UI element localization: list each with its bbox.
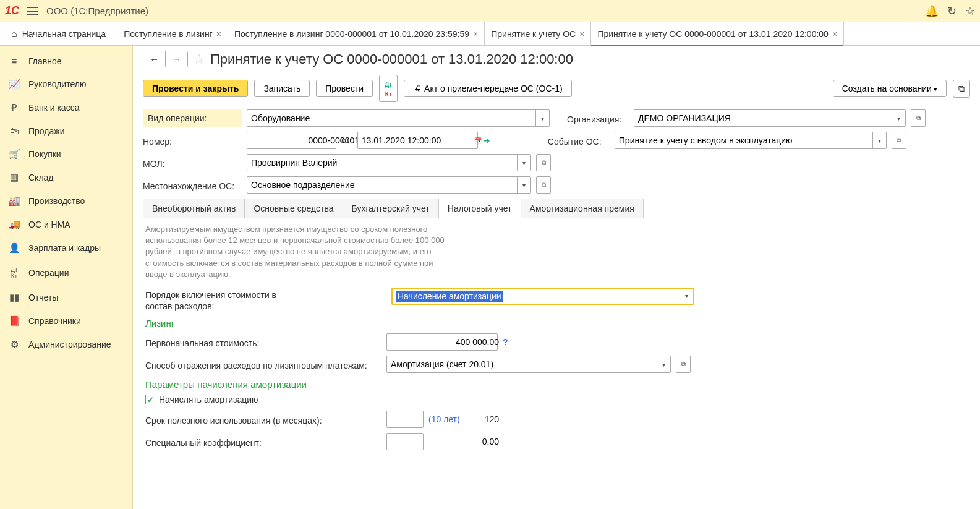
sidebar-item-main[interactable]: ≡Главное <box>0 49 132 72</box>
post-button[interactable]: Провести <box>316 80 373 97</box>
factory-icon: 🏭 <box>9 195 20 207</box>
calendar-icon[interactable]: 📅 <box>474 132 482 148</box>
date-label: от: <box>341 135 352 145</box>
create-based-button[interactable]: Создать на основании <box>833 80 947 97</box>
event-select[interactable]: ▾ <box>615 132 887 149</box>
dropdown-icon[interactable]: ▾ <box>657 356 670 372</box>
favorite-star-icon[interactable]: ☆ <box>193 51 205 67</box>
expense-select[interactable]: ▾ <box>386 356 671 373</box>
org-open-button[interactable]: ⧉ <box>911 109 926 127</box>
tab-item-active[interactable]: Принятие к учету ОС 0000-000001 от 13.01… <box>591 22 844 45</box>
more-button[interactable]: ⧉ <box>953 80 970 98</box>
event-open-button[interactable]: ⧉ <box>892 132 906 149</box>
bell-icon[interactable]: 🔔 <box>925 4 939 18</box>
amort-title: Параметры начисления амортизации <box>145 379 968 390</box>
loc-open-button[interactable]: ⧉ <box>536 176 551 194</box>
number-input[interactable] <box>247 132 336 149</box>
life-input[interactable] <box>386 411 424 428</box>
op-type-select[interactable]: ▾ <box>247 109 550 127</box>
close-icon[interactable]: × <box>216 29 221 39</box>
close-icon[interactable]: × <box>832 29 837 39</box>
coef-input[interactable] <box>386 433 424 450</box>
org-select[interactable]: ▾ <box>634 109 906 127</box>
tab-noncurrent[interactable]: Внеоборотный актив <box>143 199 245 218</box>
sidebar-item-reports[interactable]: ▮▮Отчеты <box>0 286 132 309</box>
coef-label: Специальный коэффициент: <box>145 436 381 448</box>
loc-select[interactable]: ▾ <box>247 176 531 194</box>
dropdown-icon[interactable]: ▾ <box>535 110 549 126</box>
gear-icon: ⚙ <box>9 339 20 350</box>
dtkt-button[interactable]: ДтКт <box>379 75 398 102</box>
page-title: Принятие к учету ОС 0000-000001 от 13.01… <box>210 51 573 67</box>
loc-label: Местонахождение ОС: <box>143 179 242 191</box>
back-button[interactable]: ← <box>143 51 166 67</box>
expense-label: Способ отражения расходов по лизинговым … <box>145 359 381 370</box>
tab-assets[interactable]: Основные средства <box>244 199 343 218</box>
close-icon[interactable]: × <box>579 29 584 39</box>
life-hint: (10 лет) <box>428 414 460 424</box>
truck-icon: 🚚 <box>9 219 20 230</box>
initial-input[interactable] <box>386 333 498 351</box>
event-label: Событие ОС: <box>548 135 610 147</box>
sidebar-item-production[interactable]: 🏭Производство <box>0 189 132 213</box>
sidebar-item-stock[interactable]: ▦Склад <box>0 166 132 189</box>
sidebar-item-bank[interactable]: ₽Банк и касса <box>0 96 132 119</box>
dropdown-icon[interactable]: ▾ <box>680 289 693 304</box>
chart-icon: 📈 <box>9 79 20 90</box>
sidebar-item-manager[interactable]: 📈Руководителю <box>0 72 132 96</box>
sidebar-item-refs[interactable]: 📕Справочники <box>0 309 132 333</box>
mol-label: МОЛ: <box>143 157 242 169</box>
close-icon[interactable]: × <box>473 29 478 39</box>
order-select[interactable]: Начисление амортизации ▾ <box>391 288 694 305</box>
post-close-button[interactable]: Провести и закрыть <box>143 80 248 97</box>
history-icon[interactable]: ↻ <box>947 4 957 18</box>
op-type-label: Вид операции: <box>143 109 242 127</box>
tab-item[interactable]: Поступление в лизинг × <box>117 22 228 45</box>
tab-item[interactable]: Принятие к учету ОС × <box>485 22 591 45</box>
tab-tax[interactable]: Налоговый учет <box>438 199 521 218</box>
dropdown-icon[interactable]: ▾ <box>892 110 905 126</box>
help-icon[interactable]: ? <box>503 337 508 347</box>
mol-select[interactable]: ▾ <box>247 154 531 171</box>
amort-calc-label: Начислять амортизацию <box>159 395 258 404</box>
star-icon[interactable]: ☆ <box>965 4 975 18</box>
tab-accounting[interactable]: Бухгалтерский учет <box>343 199 439 218</box>
bag-icon: 🛍 <box>9 126 20 136</box>
tab-item[interactable]: Поступление в лизинг 0000-000001 от 10.0… <box>228 22 485 45</box>
expense-open-button[interactable]: ⧉ <box>676 356 691 373</box>
dropdown-icon[interactable]: ▾ <box>517 155 530 171</box>
number-label: Номер: <box>143 135 242 147</box>
sidebar-item-admin[interactable]: ⚙Администрирование <box>0 333 132 356</box>
nav-arrows: ← → <box>143 51 188 67</box>
dtkt-icon: ДтКт <box>9 266 20 280</box>
app-title: ООО (1С:Предприятие) <box>46 6 148 16</box>
tax-info: Амортизируемым имуществом признается иму… <box>145 224 454 280</box>
date-input[interactable]: 📅 <box>357 132 478 149</box>
sidebar-item-operations[interactable]: ДтКтОперации <box>0 260 132 286</box>
bars-icon: ▮▮ <box>9 292 20 303</box>
amort-checkbox[interactable]: ✓ <box>145 395 155 404</box>
leasing-title: Лизинг <box>145 318 968 328</box>
toolbar: Провести и закрыть Записать Провести ДтК… <box>143 75 970 102</box>
tab-home-label: Начальная страница <box>22 29 106 39</box>
window-tabs: ⌂ Начальная страница Поступление в лизин… <box>0 22 980 46</box>
sidebar-item-sales[interactable]: 🛍Продажи <box>0 119 132 142</box>
order-label: Порядок включения стоимости в состав рас… <box>145 288 281 312</box>
grid-icon: ▦ <box>9 172 20 183</box>
tab-content: Амортизируемым имуществом признается иму… <box>143 218 970 461</box>
dropdown-icon[interactable]: ▾ <box>872 132 886 148</box>
dropdown-icon[interactable]: ▾ <box>517 177 530 193</box>
print-act-button[interactable]: 🖨 Акт о приеме-передаче ОС (ОС-1) <box>404 80 571 97</box>
ruble-icon: ₽ <box>9 102 20 113</box>
mol-open-button[interactable]: ⧉ <box>536 154 551 171</box>
save-button[interactable]: Записать <box>254 80 310 97</box>
sidebar-item-assets[interactable]: 🚚ОС и НМА <box>0 213 132 236</box>
sidebar-item-purchases[interactable]: 🛒Покупки <box>0 142 132 166</box>
menu-burger-icon[interactable] <box>27 7 38 15</box>
tab-home[interactable]: ⌂ Начальная страница <box>0 22 117 45</box>
tab-bonus[interactable]: Амортизационная премия <box>521 199 644 218</box>
order-value: Начисление амортизации <box>396 291 503 302</box>
sidebar-item-salary[interactable]: 👤Зарплата и кадры <box>0 236 132 260</box>
home-icon: ⌂ <box>11 28 17 40</box>
forward-button[interactable]: → <box>166 51 187 67</box>
